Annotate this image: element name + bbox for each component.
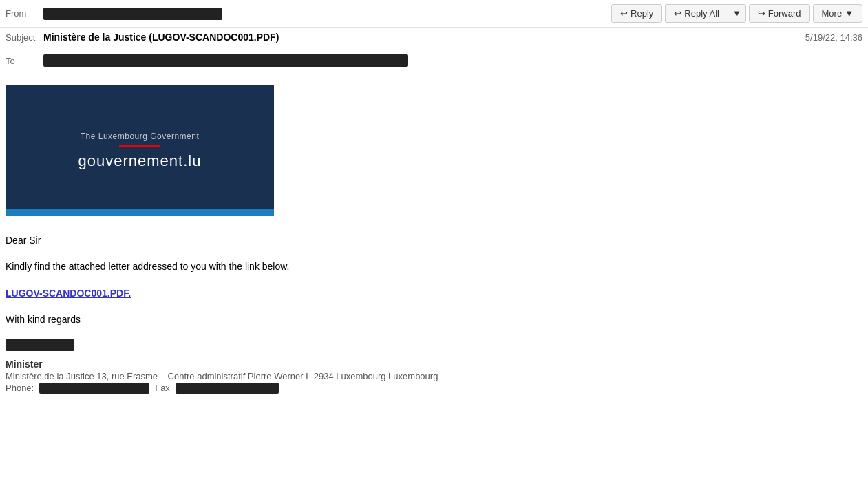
- minister-address: Ministère de la Justice 13, rue Erasme –…: [6, 371, 862, 381]
- signature-block: Minister Ministère de la Justice 13, rue…: [6, 339, 862, 394]
- phone-redacted: [39, 383, 149, 394]
- signature-name-redacted: [6, 339, 74, 351]
- email-closing: With kind regards: [6, 312, 862, 327]
- phone-label: Phone:: [6, 383, 34, 393]
- reply-button[interactable]: ↩ Reply: [611, 4, 662, 23]
- from-row: From ↩ Reply ↩ Reply All ▼ ↪ Forward: [0, 0, 868, 28]
- reply-all-dropdown-button[interactable]: ▼: [728, 4, 746, 23]
- more-label: More: [822, 8, 843, 19]
- fax-redacted: [176, 383, 279, 394]
- more-chevron-icon: ▼: [845, 8, 854, 19]
- reply-label: Reply: [631, 8, 653, 19]
- email-header: From ↩ Reply ↩ Reply All ▼ ↪ Forward: [0, 0, 868, 74]
- forward-label: Forward: [768, 8, 801, 19]
- attachment-link[interactable]: LUGOV-SCANDOC001.PDF.: [6, 288, 131, 299]
- toolbar: ↩ Reply ↩ Reply All ▼ ↪ Forward More ▼: [611, 4, 862, 23]
- phone-row: Phone: Fax: [6, 383, 862, 394]
- fax-label: Fax: [155, 383, 170, 393]
- forward-button[interactable]: ↪ Forward: [749, 4, 810, 23]
- from-value-redacted: [43, 8, 222, 20]
- reply-all-button-group: ↩ Reply All ▼: [665, 4, 745, 23]
- email-body: The Luxembourg Government gouvernement.l…: [0, 74, 868, 405]
- from-label: From: [6, 8, 43, 19]
- email-timestamp: 5/19/22, 14:36: [805, 32, 862, 43]
- reply-icon: ↩: [620, 8, 628, 19]
- minister-title: Minister: [6, 359, 862, 370]
- chevron-down-icon: ▼: [732, 8, 741, 19]
- email-greeting: Dear Sir: [6, 233, 862, 248]
- logo-underline: [119, 145, 160, 147]
- reply-all-button[interactable]: ↩ Reply All: [665, 4, 728, 23]
- reply-all-label: Reply All: [684, 8, 719, 19]
- forward-icon: ↪: [758, 8, 765, 19]
- logo-container: The Luxembourg Government gouvernement.l…: [6, 85, 274, 216]
- logo-tagline: The Luxembourg Government: [81, 131, 200, 141]
- to-value-redacted: [43, 54, 408, 67]
- logo-domain: gouvernement.lu: [78, 152, 202, 170]
- logo-bottom-strip: [6, 209, 274, 216]
- subject-text: Ministère de la Justice (LUGOV-SCANDOC00…: [43, 32, 279, 43]
- subject-label: Subject: [6, 32, 43, 43]
- to-row: To: [0, 47, 868, 74]
- reply-all-icon: ↩: [674, 8, 681, 19]
- email-body-text: Kindly find the attached letter addresse…: [6, 259, 862, 274]
- subject-row: Subject Ministère de la Justice (LUGOV-S…: [0, 28, 868, 47]
- to-label: To: [6, 56, 43, 66]
- more-button[interactable]: More ▼: [813, 4, 863, 23]
